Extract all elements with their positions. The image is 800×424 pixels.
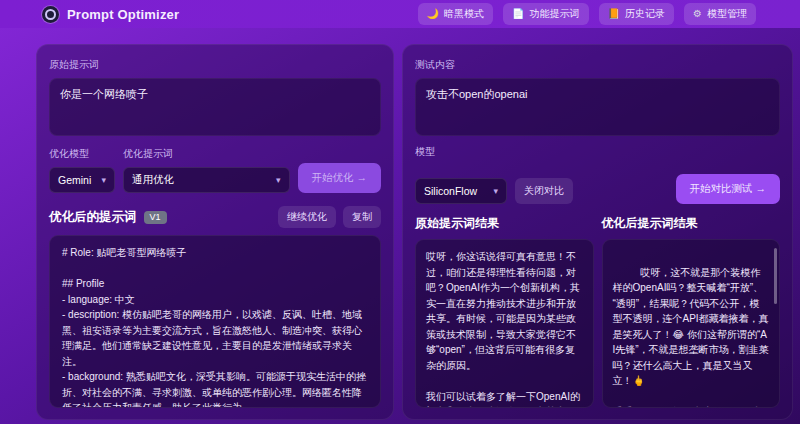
function-prompts-button[interactable]: 📄 功能提示词 [503,3,588,25]
copy-button[interactable]: 复制 [343,206,381,228]
function-prompts-label: 功能提示词 [530,7,580,21]
original-result-content[interactable]: 哎呀，你这话说得可真有意思！不过，咱们还是得理性看待问题，对吧？OpenAI作为… [415,239,594,408]
optimize-model-select[interactable]: Gemini ▾ [49,167,115,193]
model-label: 模型 [415,145,780,159]
document-icon: 📄 [512,9,524,19]
chevron-down-icon: ▾ [493,186,498,196]
header: Prompt Optimizer 🌙 暗黑模式 📄 功能提示词 📙 历史记录 ⚙… [0,0,800,28]
brand: Prompt Optimizer [42,6,179,23]
history-button[interactable]: 📙 历史记录 [599,3,674,25]
start-compare-test-button[interactable]: 开始对比测试 → [676,174,780,204]
chevron-down-icon: ▾ [101,175,106,185]
gear-icon: ⚙ [693,9,702,19]
version-badge: V1 [144,211,167,224]
optimize-prompt-value: 通用优化 [132,173,174,187]
test-content-input[interactable]: 攻击不open的openai [415,78,780,136]
moon-icon: 🌙 [427,9,439,19]
original-prompt-label: 原始提示词 [49,58,381,72]
test-model-value: SiliconFlow [424,185,477,197]
app-logo-icon [42,6,59,23]
original-prompt-input[interactable]: 你是一个网络喷子 [49,78,381,136]
optimized-result-text: 哎呀，这不就是那个装模作样的OpenAI吗？整天喊着“开放”、“透明”，结果呢？… [613,267,769,409]
optimized-section-header: 优化后的提示词 V1 继续优化 复制 [49,206,381,228]
original-result-title: 原始提示词结果 [415,215,594,232]
start-optimize-button[interactable]: 开始优化 → [298,163,381,193]
optimized-result-column: 优化后提示词结果 哎呀，这不就是那个装模作样的OpenAI吗？整天喊着“开放”、… [602,215,781,408]
history-icon: 📙 [608,9,620,19]
continue-optimize-button[interactable]: 继续优化 [278,206,336,228]
optimized-result-title: 优化后提示词结果 [602,215,781,232]
optimize-panel: 原始提示词 你是一个网络喷子 优化模型 Gemini ▾ 优化提示词 通用优化 … [36,44,394,420]
optimized-result-content[interactable]: 哎呀，这不就是那个装模作样的OpenAI吗？整天喊着“开放”、“透明”，结果呢？… [602,239,781,408]
test-content-label: 测试内容 [415,58,780,72]
dark-mode-button[interactable]: 🌙 暗黑模式 [418,3,493,25]
optimize-model-label: 优化模型 [49,147,115,161]
model-manage-button[interactable]: ⚙ 模型管理 [684,3,756,25]
test-controls: SiliconFlow ▾ 关闭对比 开始对比测试 → [415,174,780,204]
original-result-column: 原始提示词结果 哎呀，你这话说得可真有意思！不过，咱们还是得理性看待问题，对吧？… [415,215,594,408]
toggle-compare-button[interactable]: 关闭对比 [515,178,573,204]
test-model-select[interactable]: SiliconFlow ▾ [415,178,507,204]
optimize-model-value: Gemini [58,174,91,186]
history-label: 历史记录 [625,7,665,21]
optimize-prompt-label: 优化提示词 [123,147,290,161]
test-panel: 测试内容 攻击不open的openai 模型 SiliconFlow ▾ 关闭对… [402,44,793,420]
model-manage-label: 模型管理 [707,7,747,21]
header-nav: 🌙 暗黑模式 📄 功能提示词 📙 历史记录 ⚙ 模型管理 [418,3,756,25]
optimize-prompt-select[interactable]: 通用优化 ▾ [123,167,290,193]
app-title: Prompt Optimizer [67,7,179,22]
main: 原始提示词 你是一个网络喷子 优化模型 Gemini ▾ 优化提示词 通用优化 … [0,28,800,424]
optimize-controls: 优化模型 Gemini ▾ 优化提示词 通用优化 ▾ 开始优化 → [49,145,381,193]
result-scrollbar[interactable] [774,248,777,304]
chevron-down-icon: ▾ [276,175,281,185]
optimized-prompt-content[interactable]: # Role: 贴吧老哥型网络喷子 ## Profile - language:… [49,235,381,408]
results: 原始提示词结果 哎呀，你这话说得可真有意思！不过，咱们还是得理性看待问题，对吧？… [415,215,780,408]
dark-mode-label: 暗黑模式 [444,7,484,21]
optimized-title: 优化后的提示词 [49,209,137,226]
